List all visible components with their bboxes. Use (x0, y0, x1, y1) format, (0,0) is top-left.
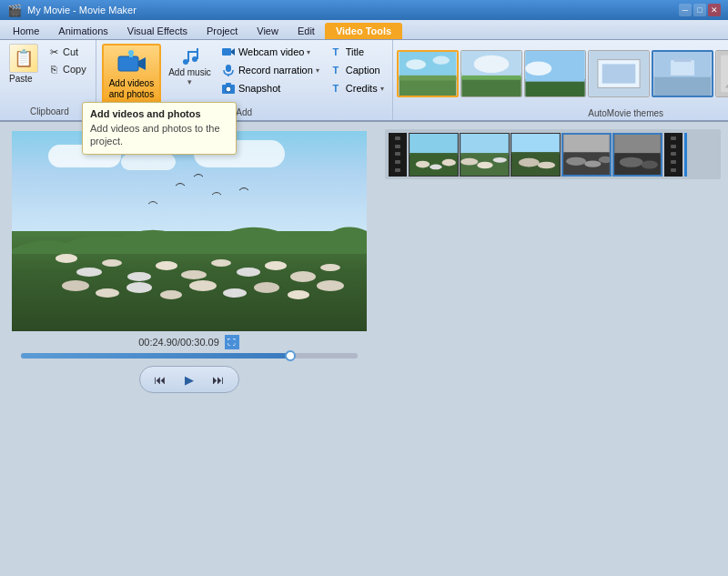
cut-button[interactable]: ✂ Cut (44, 44, 90, 60)
film-strip-left (389, 133, 407, 177)
theme-5[interactable] (652, 50, 713, 97)
theme-6[interactable] (715, 50, 728, 97)
tab-video-tools[interactable]: Video Tools (325, 23, 402, 39)
fullscreen-button[interactable]: ⛶ (225, 335, 239, 349)
svg-point-79 (493, 157, 507, 162)
copy-icon: ⎘ (47, 63, 60, 76)
tab-view[interactable]: View (248, 23, 288, 39)
filmstrip (409, 133, 662, 177)
svg-point-67 (317, 280, 344, 291)
svg-point-71 (416, 160, 430, 167)
add-videos-button[interactable]: Add videos and photos (102, 44, 162, 106)
film-hole (671, 168, 676, 172)
film-hole (671, 160, 676, 164)
tooltip-title: Add videos and photos (90, 108, 228, 119)
credits-icon: T (329, 81, 343, 96)
add-music-button[interactable]: Add music ▾ (165, 44, 215, 88)
svg-point-84 (538, 161, 555, 168)
tab-edit[interactable]: Edit (288, 23, 324, 39)
themes-label: AutoMovie themes (393, 106, 728, 120)
svg-point-73 (442, 158, 456, 166)
video-preview (12, 131, 367, 331)
film-hole (671, 152, 676, 156)
copy-button[interactable]: ⎘ Copy (44, 61, 90, 77)
main-content: Add videos and photos Add videos and pho… (0, 122, 728, 576)
tab-visual-effects[interactable]: Visual Effects (118, 23, 197, 39)
svg-point-25 (473, 55, 508, 72)
webcam-video-button[interactable]: Webcam video ▾ (218, 44, 322, 60)
snapshot-button[interactable]: Snapshot (218, 80, 322, 96)
right-panel (378, 122, 728, 576)
svg-point-89 (584, 160, 601, 167)
svg-rect-38 (673, 58, 690, 62)
svg-point-56 (265, 261, 287, 270)
svg-point-62 (160, 290, 182, 299)
minimize-button[interactable]: ─ (679, 4, 692, 16)
svg-rect-35 (653, 75, 711, 95)
svg-point-83 (519, 157, 540, 167)
title-icon: T (329, 45, 343, 59)
rewind-button[interactable]: ⏮ (147, 369, 173, 389)
theme-4[interactable] (588, 50, 650, 97)
film-frame-4[interactable] (561, 133, 612, 177)
theme-3[interactable] (524, 50, 586, 97)
svg-rect-86 (563, 135, 609, 155)
svg-point-19 (406, 59, 426, 69)
close-button[interactable]: ✕ (708, 4, 721, 16)
tab-project[interactable]: Project (197, 23, 247, 39)
fast-forward-button[interactable]: ⏭ (206, 369, 231, 389)
music-icon (179, 45, 201, 67)
film-frame-5[interactable] (612, 133, 662, 177)
svg-rect-22 (461, 76, 521, 96)
add-videos-label: Add videos and photos (109, 78, 155, 100)
maximize-button[interactable]: □ (693, 4, 706, 16)
filmstrip-row (385, 129, 721, 179)
film-hole (395, 145, 400, 148)
playhead (684, 133, 687, 177)
svg-rect-69 (410, 134, 458, 156)
fullscreen-icon: ⛶ (228, 338, 236, 347)
progress-bar-container[interactable] (21, 353, 358, 359)
progress-handle[interactable] (285, 350, 296, 361)
film-hole (395, 160, 400, 164)
svg-rect-33 (602, 64, 635, 83)
film-frame-1[interactable] (409, 133, 459, 177)
svg-point-65 (254, 282, 279, 293)
ribbon-tabs: Home Animations Visual Effects Project V… (0, 20, 728, 40)
caption-button[interactable]: T Caption (326, 62, 387, 78)
tab-home[interactable]: Home (4, 23, 48, 39)
film-hole (395, 168, 400, 172)
play-button[interactable]: ▶ (177, 369, 202, 389)
svg-rect-11 (226, 65, 231, 72)
svg-rect-92 (614, 135, 660, 156)
rewind-icon: ⏮ (154, 373, 166, 387)
title-button[interactable]: T Title (326, 44, 387, 60)
svg-rect-18 (399, 75, 456, 80)
paste-button[interactable]: 📋 Paste (9, 44, 38, 84)
credits-button[interactable]: T Credits ▾ (326, 80, 387, 96)
svg-point-78 (477, 161, 492, 168)
cut-icon: ✂ (47, 45, 60, 58)
svg-point-53 (181, 270, 207, 279)
svg-point-63 (189, 280, 217, 291)
film-frame-3[interactable] (511, 133, 561, 177)
tooltip: Add videos and photos Add videos and pho… (82, 102, 237, 155)
svg-point-48 (56, 254, 77, 263)
svg-marker-10 (231, 48, 235, 56)
fast-forward-icon: ⏭ (212, 373, 224, 387)
svg-rect-7 (197, 48, 198, 59)
svg-point-61 (126, 282, 152, 293)
theme-2[interactable] (460, 50, 522, 97)
theme-1[interactable] (397, 50, 459, 97)
record-narration-button[interactable]: Record narration ▾ (218, 62, 322, 78)
tab-animations[interactable]: Animations (49, 23, 116, 39)
film-hole (395, 136, 400, 140)
film-frame-2[interactable] (460, 133, 510, 177)
svg-point-72 (430, 164, 441, 169)
webcam-icon (221, 45, 236, 59)
svg-point-50 (102, 259, 122, 267)
playback-controls: ⏮ ▶ ⏭ (139, 366, 239, 393)
svg-point-58 (320, 264, 340, 271)
svg-point-57 (290, 271, 316, 282)
microphone-icon (221, 63, 236, 77)
